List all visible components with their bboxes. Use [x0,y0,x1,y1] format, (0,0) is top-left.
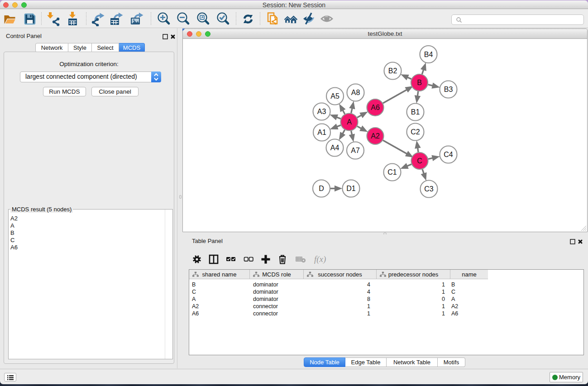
svg-text:C3: C3 [424,185,434,193]
svg-text:D: D [319,185,324,192]
svg-text:A3: A3 [317,108,326,115]
svg-text:D1: D1 [346,185,356,192]
svg-text:A2: A2 [371,132,380,140]
svg-text:C1: C1 [387,168,397,176]
svg-text:B1: B1 [411,108,420,116]
svg-text:A7: A7 [351,147,360,154]
svg-text:B2: B2 [388,67,397,75]
svg-text:B3: B3 [444,86,453,93]
svg-text:A: A [347,118,352,126]
svg-text:A4: A4 [330,144,339,152]
svg-text:C2: C2 [411,128,420,136]
svg-text:C: C [417,157,422,165]
svg-text:C4: C4 [444,151,453,158]
svg-text:A5: A5 [330,92,339,100]
svg-text:A1: A1 [317,129,326,136]
svg-text:B: B [417,79,422,86]
svg-text:A8: A8 [351,89,360,96]
svg-text:f(x): f(x) [314,254,326,264]
svg-text:B4: B4 [424,51,433,58]
svg-text:A6: A6 [371,104,380,111]
